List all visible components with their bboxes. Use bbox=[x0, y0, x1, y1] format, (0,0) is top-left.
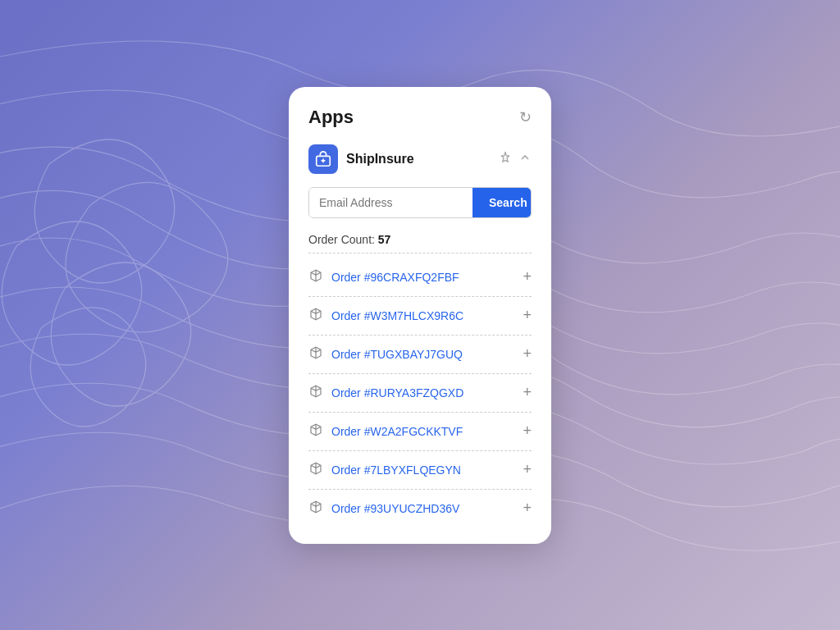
order-item: Order #93UYUCZHD36V + bbox=[308, 490, 532, 527]
box-icon bbox=[308, 384, 323, 402]
search-row: Search bbox=[308, 187, 532, 218]
collapse-icon[interactable] bbox=[518, 151, 532, 167]
order-count-row: Order Count: 57 bbox=[308, 233, 532, 253]
order-item: Order #W3M7HLCX9R6C + bbox=[308, 297, 532, 336]
box-icon bbox=[308, 345, 323, 363]
box-icon bbox=[308, 422, 323, 441]
add-icon[interactable]: + bbox=[523, 500, 532, 517]
order-left: Order #RURYA3FZQGXD bbox=[308, 384, 463, 402]
pin-icon[interactable] bbox=[499, 151, 512, 167]
order-link[interactable]: Order #RURYA3FZQGXD bbox=[331, 386, 463, 399]
box-icon bbox=[308, 268, 323, 286]
order-link[interactable]: Order #7LBYXFLQEGYN bbox=[331, 463, 461, 477]
search-button[interactable]: Search bbox=[472, 188, 532, 217]
order-left: Order #93UYUCZHD36V bbox=[308, 500, 459, 518]
order-item: Order #TUGXBAYJ7GUQ + bbox=[308, 336, 532, 374]
order-link[interactable]: Order #TUGXBAYJ7GUQ bbox=[331, 348, 463, 361]
card-header: Apps ↻ bbox=[308, 107, 532, 128]
order-item: Order #96CRAXFQ2FBF + bbox=[308, 258, 532, 297]
order-link[interactable]: Order #93UYUCZHD36V bbox=[331, 502, 459, 515]
email-input[interactable] bbox=[309, 188, 472, 217]
order-link[interactable]: Order #W3M7HLCX9R6C bbox=[331, 309, 463, 322]
add-icon[interactable]: + bbox=[523, 461, 532, 478]
order-left: Order #7LBYXFLQEGYN bbox=[308, 461, 461, 479]
add-icon[interactable]: + bbox=[523, 268, 532, 285]
app-icon bbox=[308, 144, 338, 174]
box-icon bbox=[308, 461, 323, 479]
add-icon[interactable]: + bbox=[523, 307, 532, 324]
order-left: Order #W3M7HLCX9R6C bbox=[308, 307, 463, 325]
order-left: Order #W2A2FGCKKTVF bbox=[308, 422, 463, 441]
app-info: ShipInsure bbox=[308, 144, 414, 174]
order-list: Order #96CRAXFQ2FBF + Order #W3M7HLCX9R6… bbox=[308, 258, 532, 527]
add-icon[interactable]: + bbox=[523, 384, 532, 401]
app-row: ShipInsure bbox=[308, 144, 532, 174]
apps-card: Apps ↻ ShipInsure bbox=[289, 87, 551, 544]
app-actions bbox=[499, 151, 532, 167]
order-item: Order #7LBYXFLQEGYN + bbox=[308, 451, 532, 490]
order-left: Order #TUGXBAYJ7GUQ bbox=[308, 345, 463, 363]
add-icon[interactable]: + bbox=[523, 422, 532, 440]
refresh-icon[interactable]: ↻ bbox=[519, 110, 532, 125]
order-link[interactable]: Order #96CRAXFQ2FBF bbox=[331, 271, 459, 284]
order-count-value: 57 bbox=[378, 233, 391, 246]
card-title: Apps bbox=[308, 107, 354, 128]
box-icon bbox=[308, 500, 323, 518]
app-name: ShipInsure bbox=[346, 152, 414, 167]
order-left: Order #96CRAXFQ2FBF bbox=[308, 268, 459, 286]
order-item: Order #W2A2FGCKKTVF + bbox=[308, 413, 532, 451]
order-item: Order #RURYA3FZQGXD + bbox=[308, 374, 532, 413]
add-icon[interactable]: + bbox=[523, 345, 532, 363]
order-link[interactable]: Order #W2A2FGCKKTVF bbox=[331, 425, 463, 438]
box-icon bbox=[308, 307, 323, 325]
order-count-label: Order Count: bbox=[308, 233, 375, 246]
